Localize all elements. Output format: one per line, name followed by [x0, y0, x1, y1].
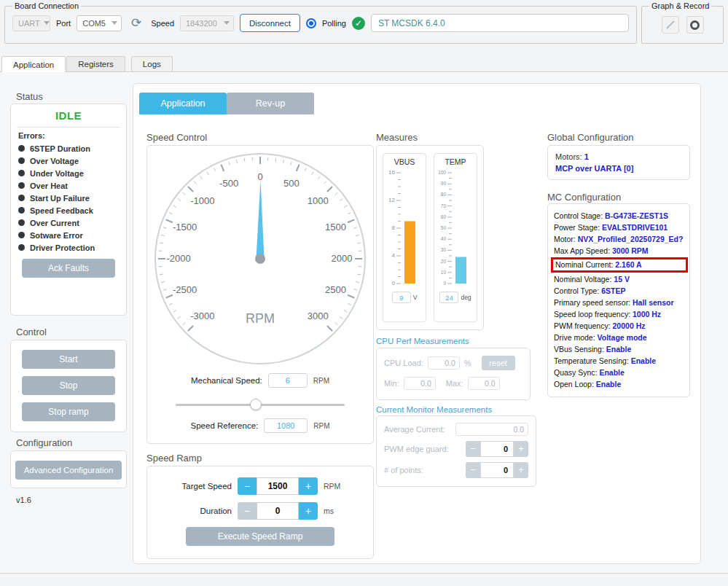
error-item: 6STEP Duration [11, 142, 126, 155]
pwm-edge-guard-label: PWM edge guard: [384, 445, 466, 453]
firmware-name-field[interactable] [371, 14, 629, 32]
mechanical-speed-unit: RPM [313, 377, 329, 385]
control-button-stop-ramp[interactable]: Stop ramp [22, 402, 115, 421]
tab-registers[interactable]: Registers [66, 56, 125, 71]
refresh-icon: ⟳ [131, 16, 141, 30]
mc-config-label: Primary speed sensor: [554, 298, 633, 307]
vbus-value-field[interactable] [392, 292, 411, 303]
refresh-button[interactable]: ⟳ [128, 15, 145, 32]
target-speed-unit: RPM [324, 482, 340, 491]
chevron-down-icon [44, 21, 50, 25]
measures-panel: VBUS 0481216 V TEMP 01020304050607080901… [376, 145, 484, 330]
temp-unit: deg [461, 294, 471, 301]
duration-increment-button[interactable]: + [299, 502, 318, 520]
error-led-icon [18, 145, 25, 152]
speed-reference-label: Speed Reference: [191, 421, 259, 430]
measures-title: Measures [376, 132, 418, 143]
baud-speed-select[interactable]: 1843200 [180, 15, 234, 31]
mc-config-label: Open Loop: [554, 380, 596, 388]
speed-reference-slider[interactable] [176, 399, 345, 410]
tab-logs[interactable]: Logs [131, 56, 173, 71]
svg-text:-1000: -1000 [190, 195, 214, 206]
control-buttons: StartStopStop ramp [11, 350, 126, 421]
mc-config-item: Open Loop: Enable [554, 378, 684, 390]
tab-application[interactable]: Application [1, 56, 66, 72]
temp-gauge-panel: TEMP 0102030405060708090100 deg [434, 153, 477, 322]
mc-config-label: Control Stage: [554, 211, 605, 220]
pwm-edge-guard-increment-button[interactable]: + [514, 441, 528, 457]
mc-config-item-highlighted: Nominal Current: 2.160 A [551, 257, 688, 273]
points-increment-button[interactable]: + [514, 462, 528, 478]
polling-radio[interactable] [306, 18, 316, 28]
speed-label: Speed [151, 19, 174, 28]
cpu-load-field[interactable] [428, 356, 460, 370]
mc-config-value: EVALSTDRIVE101 [602, 223, 668, 232]
cpu-load-reset-button[interactable]: reset [482, 356, 515, 370]
speed-ramp-title: Speed Ramp [146, 453, 202, 464]
advanced-configuration-button[interactable]: Advanced Configuration [15, 461, 122, 480]
temp-gauge: 0102030405060708090100 [436, 167, 475, 289]
error-label: Over Heat [30, 181, 68, 190]
error-led-icon [18, 207, 25, 214]
speed-reference-field[interactable] [264, 418, 308, 433]
mc-config-value: B-G473E-ZEST1S [605, 211, 668, 220]
control-button-start[interactable]: Start [22, 350, 115, 369]
cpu-min-field[interactable] [404, 377, 436, 390]
svg-text:-2500: -2500 [173, 284, 197, 295]
inner-tab-bar: Application Rev-up [139, 93, 314, 114]
pwm-edge-guard-decrement-button[interactable]: − [466, 441, 480, 457]
polling-label: Polling [322, 19, 346, 28]
cpu-perf-title: CPU Perf Measurements [376, 337, 469, 345]
svg-text:50: 50 [441, 225, 447, 230]
cpu-max-field[interactable] [468, 377, 500, 390]
mc-configuration-title: MC Configuration [547, 192, 621, 203]
uart-select[interactable]: UART [12, 15, 50, 31]
mc-config-item: Control Type: 6STEP [554, 285, 684, 297]
inner-tab-rev-up[interactable]: Rev-up [227, 93, 314, 114]
duration-field[interactable] [257, 502, 299, 520]
main-tab-bar: Application Registers Logs [0, 56, 728, 72]
duration-decrement-button[interactable]: − [238, 502, 257, 520]
graph-button[interactable] [662, 16, 679, 34]
points-decrement-button[interactable]: − [466, 462, 480, 478]
mc-config-item: Temperature Sensing: Enable [554, 355, 684, 367]
points-field[interactable] [480, 462, 514, 478]
svg-text:1500: 1500 [325, 222, 346, 233]
record-button[interactable] [686, 16, 704, 34]
error-led-icon [18, 157, 25, 164]
points-label: # of points: [384, 466, 466, 474]
svg-text:1000: 1000 [308, 195, 329, 206]
svg-text:16: 16 [388, 169, 395, 176]
content-area: Status IDLE Errors: 6STEP DurationOver V… [0, 72, 728, 574]
motors-label: Motors: [555, 152, 582, 161]
target-speed-field[interactable] [257, 477, 299, 495]
port-select[interactable]: COM5 [77, 15, 122, 31]
mcp-link[interactable]: MCP over UARTA [0] [555, 163, 682, 174]
temp-value-field[interactable] [439, 292, 458, 303]
svg-text:0: 0 [392, 280, 396, 286]
target-speed-decrement-button[interactable]: − [238, 477, 257, 495]
mechanical-speed-field[interactable] [268, 373, 308, 388]
slider-handle[interactable] [250, 399, 262, 410]
target-speed-increment-button[interactable]: + [299, 477, 318, 495]
mc-config-label: Temperature Sensing: [554, 356, 631, 365]
svg-text:3000: 3000 [308, 310, 329, 321]
mc-config-list: Control Stage: B-G473E-ZEST1SPower Stage… [554, 210, 684, 390]
port-label: Port [56, 19, 71, 28]
ack-faults-button[interactable]: Ack Faults [22, 259, 115, 278]
execute-speed-ramp-button[interactable]: Execute Speed Ramp [186, 527, 334, 546]
pwm-edge-guard-field[interactable] [480, 441, 514, 457]
svg-text:30: 30 [441, 247, 447, 252]
port-select-value: COM5 [82, 19, 106, 28]
temp-label: TEMP [445, 157, 466, 166]
motor-state-label: IDLE [11, 109, 126, 122]
graph-icon [665, 20, 676, 30]
speed-gauge: -3000-2500-2000-1500-1000-50005001000150… [151, 149, 369, 368]
configuration-panel: Advanced Configuration [10, 450, 127, 488]
speed-control-panel: -3000-2500-2000-1500-1000-50005001000150… [146, 145, 374, 444]
control-button-stop[interactable]: Stop [22, 376, 115, 395]
inner-tab-application[interactable]: Application [139, 93, 227, 114]
mc-config-item: Motor: NVX_Profiled_20250729_Ed? [554, 233, 684, 245]
average-current-field[interactable] [455, 423, 528, 436]
disconnect-button[interactable]: Disconnect [240, 14, 300, 32]
